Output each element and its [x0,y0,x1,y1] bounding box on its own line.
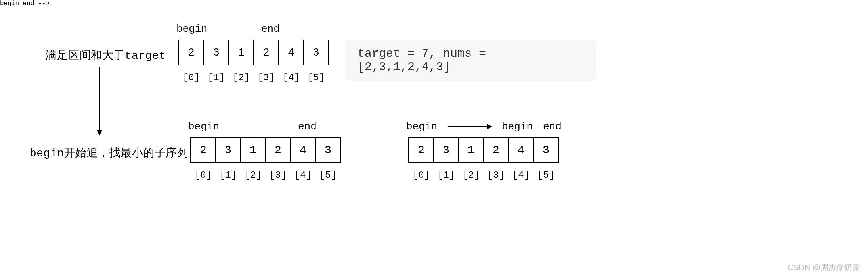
step2-label: begin开始追，找最小的子序列 [30,145,188,160]
top-begin-label: begin [176,23,207,35]
cell: 4 [278,40,304,65]
flow-arrow-down-icon [99,67,100,135]
idx: [1] [215,170,241,181]
bl-end-label: end [298,121,317,133]
bottom-right-array: 2 3 1 2 4 3 [408,137,559,163]
bottom-right-indices: [0] [1] [2] [3] [4] [5] [408,170,559,181]
cell: 1 [240,137,266,163]
watermark: CSDN @周杰偷奶茶 [788,262,860,273]
idx: [4] [290,170,316,181]
cell: 3 [533,137,559,163]
cell: 2 [190,137,216,163]
cell: 3 [303,40,329,65]
cell: 2 [408,137,434,163]
top-end-label: end [261,23,280,35]
cell: 3 [433,137,459,163]
cell: 4 [508,137,534,163]
idx: [3] [483,170,509,181]
cell: 2 [483,137,509,163]
cell: 1 [228,40,254,65]
idx: [3] [253,72,279,83]
top-array: 2 3 1 2 4 3 [178,40,329,65]
br-begin-final-label: begin [502,121,533,133]
top-indices: [0] [1] [2] [3] [4] [5] [178,72,329,83]
idx: [0] [190,170,216,181]
idx: [5] [315,170,341,181]
bl-begin-label: begin [188,121,219,133]
br-begin-start-label: begin [406,121,437,133]
cell: 3 [215,137,241,163]
idx: [5] [533,170,559,181]
begin-move-arrow-icon [448,126,491,127]
idx: [4] [508,170,534,181]
cell: 3 [203,40,229,65]
idx: [3] [265,170,291,181]
idx: [2] [240,170,266,181]
idx: [4] [278,72,304,83]
bottom-left-array: 2 3 1 2 4 3 [190,137,341,163]
cell: 2 [178,40,204,65]
cell: 1 [458,137,484,163]
idx: [5] [303,72,329,83]
idx: [0] [178,72,204,83]
cell: 2 [253,40,279,65]
cell: 4 [290,137,316,163]
idx: [0] [408,170,434,181]
idx: [2] [458,170,484,181]
step1-label: 满足区间和大于target [46,48,166,63]
code-box: target = 7, nums = [2,3,1,2,4,3] [345,40,596,81]
cell: 2 [265,137,291,163]
idx: [1] [203,72,229,83]
bottom-left-indices: [0] [1] [2] [3] [4] [5] [190,170,341,181]
idx: [2] [228,72,254,83]
cell: 3 [315,137,341,163]
idx: [1] [433,170,459,181]
br-end-label: end [543,121,562,133]
